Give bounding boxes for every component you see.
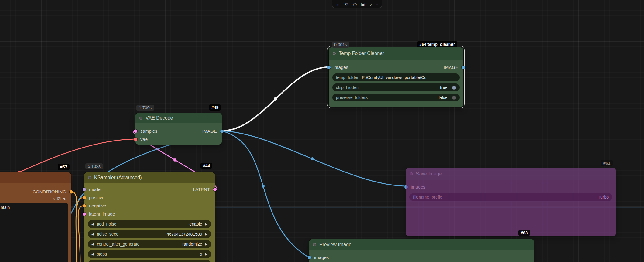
input-slot-positive[interactable] <box>83 196 86 199</box>
link-dot-active <box>274 97 277 101</box>
node-ksampler-advanced[interactable]: KSampler (Advanced) model LATENT positiv… <box>84 172 215 262</box>
widget-control-after-generate[interactable]: ◀ control_after_generate randomize ▶ <box>88 240 211 248</box>
combo-left-arrow-icon[interactable]: ◀ <box>91 252 94 256</box>
widget-label: steps <box>97 252 107 257</box>
node-save-image[interactable]: Save Image images filename_prefix Turbo <box>406 168 616 236</box>
exec-time-badge: 1.739s <box>136 105 154 111</box>
input-slot-latent-image[interactable] <box>83 212 86 216</box>
collapse-dot-icon[interactable] <box>333 52 336 55</box>
input-slot-images[interactable] <box>308 256 311 259</box>
speaker-icon[interactable] <box>63 197 67 201</box>
node-title: Preview Image <box>319 242 351 247</box>
slot-row-latent-image: latent_image <box>84 210 215 218</box>
collapse-icon[interactable]: ‹ <box>376 2 378 6</box>
gallery-icon[interactable]: ▣ <box>361 2 365 6</box>
history-icon[interactable]: ◷ <box>353 2 357 6</box>
slot-row-images: images <box>406 183 616 191</box>
combo-right-arrow-icon[interactable]: ▶ <box>205 242 207 246</box>
link-dot-latent <box>173 158 176 162</box>
widget-label: add_noise <box>97 222 116 226</box>
output-label: IMAGE <box>202 128 217 134</box>
link-dot-image-preview <box>262 185 265 188</box>
toggle-knob[interactable] <box>452 86 456 90</box>
combo-left-arrow-icon[interactable]: ◀ <box>91 242 94 246</box>
node-id-badge: #57 <box>58 164 70 170</box>
collapse-dot-icon[interactable] <box>313 243 316 246</box>
combo-right-arrow-icon[interactable]: ▶ <box>205 252 207 256</box>
node-title: Temp Folder Cleaner <box>339 51 384 56</box>
slot-row-positive: positive <box>84 193 215 202</box>
widget-label: temp_folder <box>336 75 358 80</box>
drag-handle-icon[interactable]: ⋮ <box>336 2 340 6</box>
input-label: positive <box>89 195 104 200</box>
output-slot-latent[interactable] <box>213 188 217 191</box>
collapse-dot-icon[interactable] <box>88 176 91 179</box>
node-temp-folder-cleaner[interactable]: Temp Folder Cleaner images IMAGE temp_fo… <box>329 47 463 107</box>
output-slot-conditioning[interactable] <box>70 190 73 193</box>
input-slot-vae[interactable] <box>134 138 137 141</box>
widget-steps[interactable]: ◀ steps 5 ▶ <box>88 250 211 258</box>
node-title-bar[interactable] <box>0 172 71 183</box>
checkbox-icon[interactable]: ☑ <box>57 197 61 201</box>
widget-label: preserve_folders <box>336 95 368 100</box>
slot-row-images: images IMAGE <box>329 63 463 71</box>
node-title-bar[interactable]: Save Image <box>406 168 616 180</box>
widget-add-noise[interactable]: ◀ add_noise enable ▶ <box>88 220 211 228</box>
input-label: latent_image <box>89 211 115 216</box>
refresh-icon[interactable]: ↻ <box>345 2 348 6</box>
text-widget-content: ntain <box>1 205 10 210</box>
widget-temp-folder[interactable]: temp_folder E:\ComfyUI_windows_portable\… <box>332 73 460 81</box>
input-label: vae <box>140 137 148 142</box>
output-label: CONDITIONING <box>33 189 66 194</box>
node-conditioning[interactable]: CONDITIONING ○ ☑ ntain <box>0 172 71 262</box>
widget-skip-hidden[interactable]: skip_hidden true <box>332 83 460 91</box>
node-id-badge: #49 <box>209 104 221 111</box>
node-title-bar[interactable]: VAE Decode <box>135 113 222 123</box>
input-label: samples <box>140 128 157 134</box>
node-title-bar[interactable]: Temp Folder Cleaner <box>329 47 463 60</box>
output-label: IMAGE <box>444 65 458 70</box>
toggle-knob[interactable] <box>452 96 456 100</box>
circle-icon[interactable]: ○ <box>53 197 55 201</box>
audio-icon[interactable]: ♪ <box>370 2 372 6</box>
floating-toolbar[interactable]: ⋮ ↻ ◷ ▣ ♪ ‹ <box>332 0 382 8</box>
input-slot-samples[interactable] <box>134 129 137 133</box>
widget-noise-seed[interactable]: ◀ noise_seed 467041372481589 ▶ <box>88 230 211 238</box>
widget-cfg[interactable]: ◀ cfg 2.0 ▶ <box>88 260 211 262</box>
input-label: images <box>314 255 329 260</box>
collapse-dot-icon[interactable] <box>410 172 413 175</box>
input-slot-images[interactable] <box>327 66 331 69</box>
collapse-dot-icon[interactable] <box>139 117 142 120</box>
exec-time-badge: 5.102s <box>85 163 103 169</box>
widget-value: 467041372481589 <box>167 232 202 236</box>
widget-value: enable <box>189 222 202 226</box>
widget-value: E:\ComfyUI_windows_portable\Co <box>362 75 426 80</box>
slot-row-negative: negative <box>84 202 215 210</box>
combo-right-arrow-icon[interactable]: ▶ <box>205 222 207 226</box>
node-preview-image[interactable]: Preview Image images <box>309 239 534 262</box>
node-vae-decode[interactable]: VAE Decode samples IMAGE vae <box>135 113 222 145</box>
output-slot-image[interactable] <box>462 66 465 69</box>
widget-value: randomize <box>182 242 202 247</box>
widget-label: noise_seed <box>97 232 118 236</box>
widget-value: true <box>440 85 447 90</box>
widget-preserve-folders[interactable]: preserve_folders false <box>332 94 460 101</box>
node-title: KSampler (Advanced) <box>94 175 142 180</box>
widget-label: skip_hidden <box>336 85 359 90</box>
output-slot-image[interactable] <box>220 129 224 133</box>
text-widget[interactable]: ntain <box>0 203 68 262</box>
widget-value: 5 <box>200 252 202 257</box>
slot-row-conditioning: CONDITIONING <box>0 188 71 196</box>
input-slot-model[interactable] <box>83 188 86 191</box>
input-slot-images[interactable] <box>404 185 408 189</box>
slot-row-samples: samples IMAGE <box>135 127 222 135</box>
node-id-badge: #61 <box>601 160 613 166</box>
node-title-bar[interactable]: KSampler (Advanced) <box>84 172 215 183</box>
widget-filename-prefix[interactable]: filename_prefix Turbo <box>409 193 612 201</box>
input-slot-negative[interactable] <box>83 204 86 207</box>
combo-right-arrow-icon[interactable]: ▶ <box>205 232 207 236</box>
combo-left-arrow-icon[interactable]: ◀ <box>91 232 94 236</box>
node-graph-canvas[interactable]: ⋮ ↻ ◷ ▣ ♪ ‹ 0.001s #64 temp_cleaner 1.73… <box>0 0 644 262</box>
combo-left-arrow-icon[interactable]: ◀ <box>91 222 94 226</box>
node-title-bar[interactable]: Preview Image <box>309 239 534 250</box>
